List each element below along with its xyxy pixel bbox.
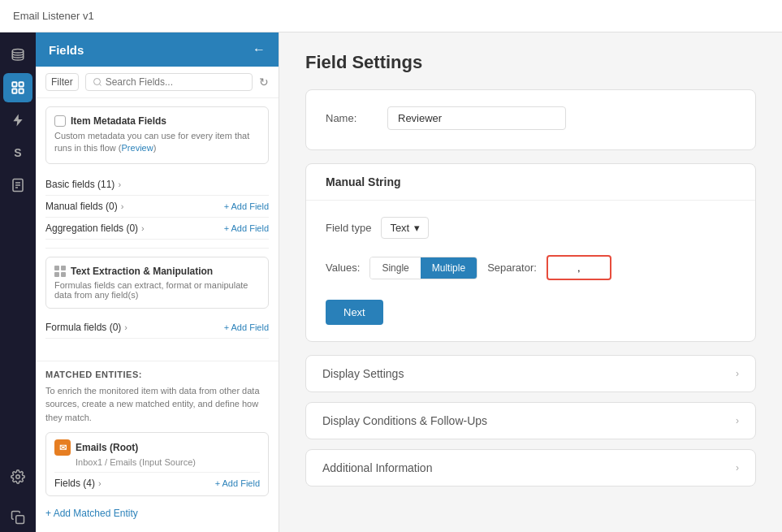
svg-line-12 [99, 84, 101, 85]
sidebar-content: Item Metadata Fields Custom metadata you… [36, 98, 279, 361]
nav-database[interactable] [3, 41, 32, 70]
multiple-button[interactable]: Multiple [421, 257, 477, 279]
name-row: Name: [326, 106, 736, 130]
sidebar-search-row: Filter ↻ [36, 67, 279, 98]
entity-fields-link[interactable]: Fields (4) › [54, 478, 102, 489]
display-settings-header[interactable]: Display Settings › [306, 356, 755, 391]
entity-card-sub: Inbox1 / Emails (Input Source) [76, 457, 260, 467]
nav-lightning[interactable] [3, 106, 32, 135]
text-extraction-title: Text Extraction & Manipulation [54, 266, 260, 277]
nav-add[interactable] [3, 73, 32, 102]
additional-info-arrow: › [736, 462, 739, 474]
field-type-value: Text [390, 222, 409, 234]
add-matched-entity-button[interactable]: + Add Matched Entity [45, 503, 269, 524]
field-type-row: Field type Text ▾ [326, 217, 736, 239]
main-layout: S Fields ← Filter ↻ [0, 32, 782, 532]
top-bar: Email Listener v1 [0, 0, 782, 32]
search-icon [93, 77, 102, 87]
filter-button[interactable]: Filter [45, 73, 79, 91]
sidebar-back-icon[interactable]: ← [253, 42, 266, 57]
display-conditions-header[interactable]: Display Conditions & Follow-Ups › [306, 403, 755, 439]
svg-point-0 [12, 50, 24, 54]
manual-fields-left: Manual fields (0) › [45, 201, 123, 212]
svg-rect-10 [16, 516, 24, 524]
display-conditions-section: Display Conditions & Follow-Ups › [305, 402, 756, 439]
search-input[interactable] [106, 76, 245, 88]
aggregation-fields-label: Aggregation fields (0) [45, 223, 138, 234]
entity-icon: ✉ [54, 439, 71, 456]
app-title: Email Listener v1 [13, 10, 94, 22]
name-input[interactable] [387, 106, 566, 130]
aggregation-fields-row[interactable]: Aggregation fields (0) › + Add Field [45, 218, 269, 240]
search-wrap [85, 73, 253, 91]
refresh-icon[interactable]: ↻ [259, 76, 269, 89]
next-button[interactable]: Next [326, 300, 383, 325]
values-row: Values: Single Multiple Separator: [326, 255, 736, 280]
entity-fields-chevron: › [98, 478, 102, 488]
manual-string-section: Manual String Field type Text ▾ Values: … [305, 163, 756, 342]
svg-point-11 [93, 79, 100, 85]
single-button[interactable]: Single [370, 257, 420, 279]
name-section: Name: [305, 89, 756, 150]
svg-rect-1 [12, 82, 16, 86]
svg-rect-4 [19, 89, 24, 93]
matched-entities-label: MATCHED ENTITIES: [45, 370, 269, 379]
entity-card-header: ✉ Emails (Root) [54, 439, 260, 456]
display-settings-title: Display Settings [322, 367, 404, 380]
add-aggregation-field[interactable]: + Add Field [224, 223, 269, 233]
display-conditions-arrow: › [736, 415, 739, 426]
grid-icon [54, 266, 66, 277]
formula-fields-chevron: › [124, 322, 127, 332]
additional-info-section: Additional Information › [305, 449, 756, 487]
basic-fields-row[interactable]: Basic fields (11) › [45, 174, 269, 196]
entity-name: Emails (Root) [76, 442, 138, 453]
manual-string-body: Field type Text ▾ Values: Single Multipl… [306, 201, 755, 341]
nav-settings[interactable] [3, 462, 32, 491]
field-type-chevron: ▾ [414, 222, 420, 234]
name-label: Name: [326, 112, 374, 124]
text-extraction-box: Text Extraction & Manipulation Formulas … [45, 257, 269, 309]
manual-fields-label: Manual fields (0) [45, 201, 118, 212]
formula-fields-row[interactable]: Formula fields (0) › + Add Field [45, 317, 269, 339]
additional-info-header[interactable]: Additional Information › [306, 450, 755, 486]
separator-input[interactable] [547, 255, 611, 280]
add-entity-field[interactable]: + Add Field [215, 478, 260, 488]
display-conditions-title: Display Conditions & Follow-Ups [322, 414, 487, 427]
aggregation-fields-left: Aggregation fields (0) › [45, 223, 145, 234]
basic-fields-chevron: › [118, 179, 121, 189]
separator-label: Separator: [487, 262, 537, 274]
manual-fields-row[interactable]: Manual fields (0) › + Add Field [45, 196, 269, 218]
entity-fields-label: Fields (4) [54, 478, 95, 489]
nav-s[interactable]: S [3, 138, 32, 167]
matched-entities-section: MATCHED ENTITIES: To enrich the monitore… [36, 361, 279, 533]
metadata-desc: Custom metadata you can use for every it… [54, 130, 260, 155]
svg-rect-3 [12, 89, 16, 93]
icon-nav: S [0, 32, 36, 532]
section-divider-1 [45, 248, 269, 249]
sidebar-header: Fields ← [36, 32, 279, 67]
metadata-title: Item Metadata Fields [54, 115, 260, 127]
sidebar: Fields ← Filter ↻ Item Metadata Fields C… [36, 32, 279, 532]
basic-fields-label: Basic fields (11) [45, 179, 114, 190]
matched-entities-desc: To enrich the monitored item with data f… [45, 384, 269, 425]
metadata-fields-box: Item Metadata Fields Custom metadata you… [45, 106, 269, 164]
add-formula-field[interactable]: + Add Field [224, 322, 269, 332]
page-title: Field Settings [305, 52, 756, 73]
manual-string-header: Manual String [306, 164, 755, 201]
field-type-select[interactable]: Text ▾ [381, 217, 429, 239]
add-manual-field[interactable]: + Add Field [224, 201, 269, 211]
nav-document[interactable] [3, 171, 32, 200]
values-label: Values: [326, 262, 360, 274]
additional-info-title: Additional Information [322, 461, 432, 474]
manual-fields-chevron: › [121, 201, 124, 211]
nav-copy[interactable] [3, 503, 32, 532]
preview-link[interactable]: Preview [122, 143, 153, 153]
text-extraction-desc: Formulas fields can extract, format or m… [54, 280, 260, 300]
formula-fields-left: Formula fields (0) › [45, 322, 127, 333]
svg-point-9 [16, 475, 20, 479]
checkbox-icon [54, 115, 66, 127]
sidebar-title: Fields [49, 43, 84, 57]
aggregation-fields-chevron: › [141, 223, 145, 233]
entity-card: ✉ Emails (Root) Inbox1 / Emails (Input S… [45, 432, 269, 496]
basic-fields-left: Basic fields (11) › [45, 179, 121, 190]
